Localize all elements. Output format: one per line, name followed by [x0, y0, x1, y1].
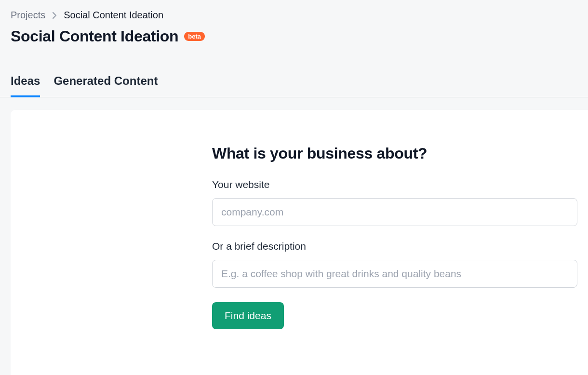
- form-heading: What is your business about?: [212, 145, 577, 162]
- breadcrumb-current: Social Content Ideation: [64, 10, 163, 21]
- chevron-right-icon: [52, 12, 57, 19]
- description-field-group: Or a brief description: [212, 241, 577, 288]
- website-field-group: Your website: [212, 179, 577, 226]
- business-form: What is your business about? Your websit…: [212, 145, 577, 329]
- breadcrumb: Projects Social Content Ideation: [11, 10, 577, 21]
- website-label: Your website: [212, 179, 577, 190]
- tabs: Ideas Generated Content: [0, 74, 588, 97]
- tab-ideas[interactable]: Ideas: [11, 74, 40, 97]
- page-title: Social Content Ideation: [11, 27, 178, 45]
- breadcrumb-root[interactable]: Projects: [11, 10, 45, 21]
- find-ideas-button[interactable]: Find ideas: [212, 302, 284, 329]
- content-card: What is your business about? Your websit…: [11, 110, 588, 375]
- description-input[interactable]: [212, 260, 577, 288]
- website-input[interactable]: [212, 198, 577, 226]
- beta-badge: beta: [184, 32, 205, 41]
- title-row: Social Content Ideation beta: [11, 27, 577, 45]
- description-label: Or a brief description: [212, 241, 577, 252]
- tab-generated-content[interactable]: Generated Content: [53, 74, 158, 97]
- page-header: Projects Social Content Ideation Social …: [0, 0, 588, 45]
